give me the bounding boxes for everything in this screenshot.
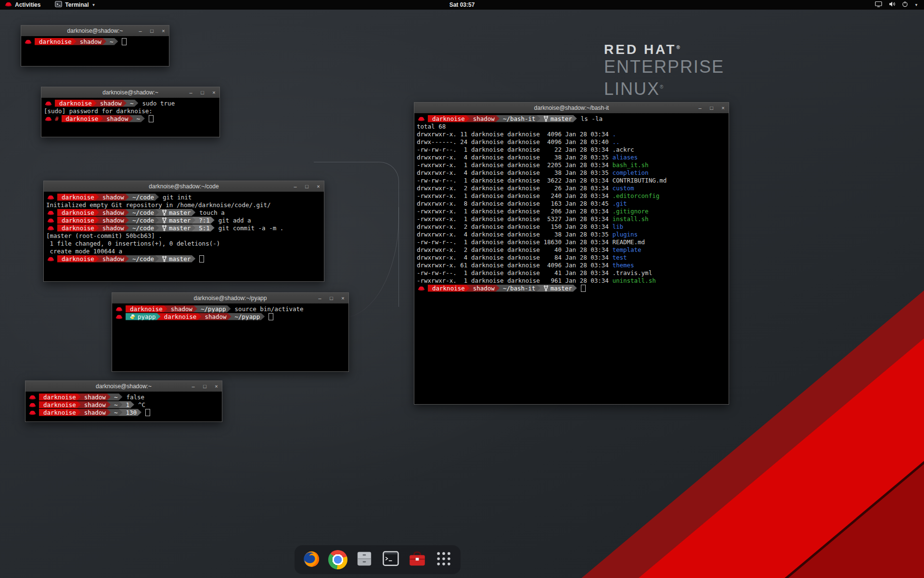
terminal-cursor <box>145 409 150 416</box>
dock-item-show-applications[interactable] <box>434 550 454 570</box>
maximize-button[interactable]: □ <box>708 105 715 111</box>
terminal-text: -rw-rw-r--. 1 darknoise darknoise 22 Jan… <box>417 146 634 153</box>
terminal-text: -rwxrwxr-x. 1 darknoise darknoise 961 Ja… <box>417 277 612 284</box>
prompt-segment-git: master <box>155 255 195 263</box>
minimize-button[interactable]: – <box>188 90 194 96</box>
window-title: darknoise@shadow:~/pyapp <box>112 293 348 303</box>
dock-item-firefox[interactable] <box>301 550 321 570</box>
app-menu-terminal[interactable]: Terminal ▼ <box>50 0 100 10</box>
prompt-segment-path: ~/pyapp <box>193 305 231 313</box>
terminal-content[interactable]: darknoiseshadow~/pyappsource bin/activat… <box>112 303 348 371</box>
terminal-text: . <box>612 131 616 138</box>
redhat-icon <box>116 306 123 312</box>
maximize-button[interactable]: □ <box>304 184 310 190</box>
segment-label: ~/code <box>132 255 154 263</box>
terminal-window-code: darknoise@shadow:~/code – □ × darknoises… <box>43 181 324 282</box>
prompt-segment-git: master <box>537 115 577 122</box>
activities-button[interactable]: Activities <box>0 0 45 10</box>
terminal-content[interactable]: darknoiseshadow~/bash-itmasterls -latota… <box>414 113 729 404</box>
desktop: RED HAT® ENTERPRISE LINUX® Activities Te… <box>0 0 924 578</box>
app-grid-icon <box>434 549 453 570</box>
terminal-line: Initialized empty Git repository in /hom… <box>46 201 321 209</box>
titlebar[interactable]: darknoise@shadow:~/pyapp – □ × <box>112 293 348 304</box>
segment-label: darknoise <box>432 285 465 292</box>
redhat-icon <box>29 394 36 400</box>
dock-item-terminal[interactable] <box>381 550 401 570</box>
maximize-button[interactable]: □ <box>328 295 334 302</box>
registered-mark: ® <box>676 45 681 50</box>
terminal-text: [sudo] password for darknoise: <box>44 107 153 115</box>
terminal-line: #darknoiseshadow~ <box>44 115 217 122</box>
terminal-text: drwxrwxr-x. 2 darknoise darknoise 40 Jan… <box>417 246 612 253</box>
minimize-button[interactable]: – <box>317 295 323 302</box>
terminal-content[interactable]: darknoiseshadow~/codegit initInitialized… <box>44 192 324 281</box>
minimize-button[interactable]: – <box>292 184 298 190</box>
dock-item-toolbox[interactable] <box>407 550 427 570</box>
titlebar[interactable]: darknoise@shadow:~ – □ × <box>26 381 222 392</box>
close-button[interactable]: × <box>160 28 167 34</box>
titlebar[interactable]: darknoise@shadow:~/code – □ × <box>44 181 324 192</box>
close-button[interactable]: × <box>720 105 726 111</box>
prompt-segment-user: darknoise <box>57 224 99 232</box>
prompt-segment-user: darknoise <box>39 401 81 408</box>
terminal-line: drwxrwxr-x. 61 darknoise darknoise 4096 … <box>417 261 726 269</box>
segment-label: shadow <box>80 38 102 45</box>
titlebar[interactable]: darknoise@shadow:~ – □ × <box>21 26 169 37</box>
terminal-line: -rw-rw-r--. 1 darknoise darknoise 3622 J… <box>417 176 726 184</box>
minimize-button[interactable]: – <box>190 383 196 390</box>
terminal-text: themes <box>612 262 634 269</box>
prompt-segment-user: darknoise <box>57 194 99 201</box>
chrome-icon <box>328 550 347 569</box>
redhat-icon <box>25 39 32 45</box>
segment-label: shadow <box>84 409 106 416</box>
prompt-segment-path: ~/code <box>125 255 159 263</box>
terminal-window-bash-it: darknoise@shadow:~/bash-it – □ × darknoi… <box>414 102 729 405</box>
close-button[interactable]: × <box>211 90 217 96</box>
clock[interactable]: Sat 03:57 <box>449 1 475 8</box>
terminal-content[interactable]: darknoiseshadow~ <box>21 36 169 66</box>
prompt-segment-path: ~/code <box>125 217 159 224</box>
dock-item-files[interactable] <box>354 550 374 570</box>
rhel-wordmark: RED HAT® ENTERPRISE LINUX® <box>604 40 724 99</box>
prompt-segment-path: ~/bash-it <box>496 285 540 292</box>
minimize-button[interactable]: – <box>137 28 143 34</box>
segment-label: darknoise <box>39 38 72 45</box>
segment-label: shadow <box>103 209 124 216</box>
titlebar[interactable]: darknoise@shadow:~ – □ × <box>41 87 219 98</box>
segment-label: master <box>169 217 191 224</box>
maximize-button[interactable]: □ <box>149 28 155 34</box>
redhat-icon <box>47 210 54 216</box>
prompt-segment-host: shadow <box>466 115 500 122</box>
terminal-content[interactable]: darknoiseshadow~falsedarknoiseshadow~1^C… <box>26 392 222 421</box>
minimize-button[interactable]: – <box>697 105 703 111</box>
terminal-line: drwxrwxr-x. 2 darknoise darknoise 40 Jan… <box>417 246 726 253</box>
titlebar[interactable]: darknoise@shadow:~/bash-it – □ × <box>414 103 729 114</box>
firefox-icon <box>302 549 321 570</box>
prompt-segment-host: shadow <box>95 224 129 232</box>
segment-label: ?:1 <box>199 217 210 224</box>
terminal-cursor <box>149 115 154 122</box>
prompt-segment-path: ~/code <box>125 209 159 216</box>
terminal-text: install.sh <box>612 215 648 223</box>
prompt-segment-host: shadow <box>164 305 197 313</box>
terminal-line: darknoiseshadow~/codemasterS:1git commit… <box>46 224 321 232</box>
terminal-content[interactable]: darknoiseshadow~sudo true[sudo] password… <box>41 98 219 137</box>
close-button[interactable]: × <box>213 383 219 390</box>
segment-label: darknoise <box>43 409 76 416</box>
maximize-button[interactable]: □ <box>199 90 205 96</box>
terminal-text: template <box>612 246 641 253</box>
terminal-text: .editorconfig <box>612 192 659 199</box>
close-button[interactable]: × <box>340 295 346 302</box>
segment-label: shadow <box>103 194 124 201</box>
close-button[interactable]: × <box>315 184 321 190</box>
terminal-text: drwxrwxr-x. 8 darknoise darknoise 163 Ja… <box>417 200 612 207</box>
terminal-line: drwxrwxr-x. 4 darknoise darknoise 38 Jan… <box>417 169 726 176</box>
system-status-area[interactable]: ▼ <box>875 0 924 10</box>
dock-item-chrome[interactable] <box>328 550 348 570</box>
prompt-segment-host: shadow <box>95 255 129 263</box>
toolbox-icon <box>408 549 427 570</box>
window-title: darknoise@shadow:~/code <box>44 181 324 192</box>
maximize-button[interactable]: □ <box>202 383 208 390</box>
terminal-window-pyapp: darknoise@shadow:~/pyapp – □ × darknoise… <box>112 292 349 372</box>
prompt-segment-user: darknoise <box>57 209 99 216</box>
